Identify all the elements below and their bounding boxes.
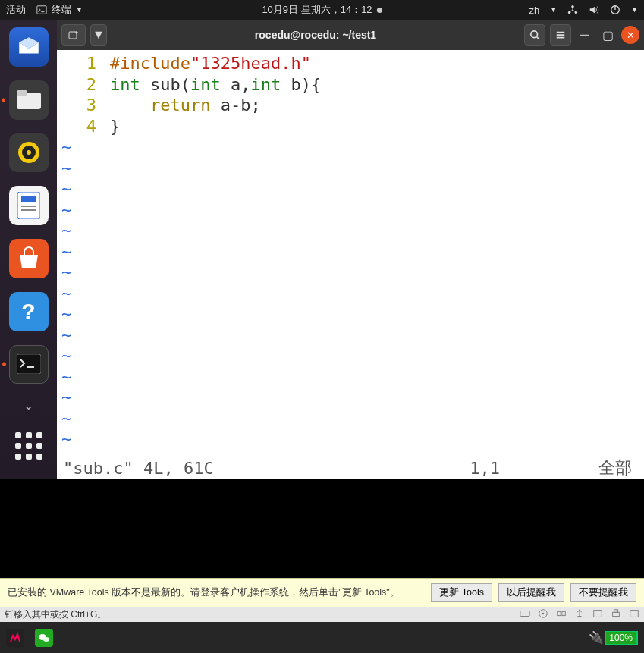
svg-rect-22 [594, 611, 602, 617]
cd-icon[interactable] [538, 608, 548, 621]
svg-rect-24 [614, 610, 617, 613]
dock-thunderbird[interactable] [9, 27, 49, 67]
identifier-token: a-b; [210, 96, 260, 115]
notification-dot-icon [377, 8, 382, 13]
app-menu[interactable]: 终端 ▼ [36, 3, 83, 17]
remind-later-button[interactable]: 以后提醒我 [498, 583, 564, 602]
svg-point-16 [531, 31, 538, 38]
sound-card-icon[interactable] [592, 608, 603, 621]
network-icon[interactable] [567, 5, 578, 15]
identifier-token: a, [221, 75, 251, 94]
vmware-statusbar: 钎移入其中或按 Ctrl+G。 [0, 607, 644, 622]
dock-ubuntu-software[interactable] [9, 239, 49, 278]
type-token: int [250, 75, 281, 94]
line-number: 1 [57, 53, 96, 74]
dock-rhythmbox[interactable] [9, 133, 49, 173]
vmware-info-message: 已安装的 VMware Tools 版本不是最新的。请登录客户机操作系统，然后单… [8, 586, 400, 599]
svg-rect-17 [520, 611, 529, 617]
window-title: rocedu@rocedu: ~/test1 [112, 29, 520, 41]
new-tab-button[interactable] [61, 24, 86, 46]
vim-tilde: ~ [61, 199, 644, 221]
string-token: "1325head.h" [190, 54, 311, 73]
dock-libreoffice-writer[interactable] [9, 186, 49, 225]
svg-rect-13 [21, 209, 36, 211]
svg-rect-12 [21, 206, 36, 207]
gnome-topbar: 活动 终端 ▼ 10月9日 星期六，14：12 zh ▼ ▼ [0, 0, 644, 20]
brace-token: } [110, 117, 120, 136]
vim-tilde: ~ [61, 283, 644, 304]
terminal-window: ▼ rocedu@rocedu: ~/test1 ─ ▢ ✕ 1 2 3 4 #… [57, 20, 644, 479]
usb-icon[interactable] [574, 608, 585, 621]
input-method-indicator[interactable]: zh [529, 5, 539, 16]
volume-icon[interactable] [589, 5, 599, 15]
status-file: "sub.c" 4L, 61C [63, 459, 214, 478]
hamburger-menu-button[interactable] [550, 24, 571, 46]
chevron-down-icon: ▼ [631, 6, 638, 14]
svg-rect-11 [21, 196, 36, 202]
update-tools-button[interactable]: 更新 Tools [431, 583, 492, 602]
line-number: 4 [57, 116, 96, 137]
maximize-button[interactable]: ▢ [598, 28, 617, 42]
chevron-down-icon: ▼ [76, 6, 83, 14]
identifier-token: b){ [281, 75, 321, 94]
line-number: 3 [57, 95, 96, 116]
host-taskbar: 🔌 100% [0, 622, 644, 653]
vim-tilde: ~ [61, 137, 644, 158]
power-icon[interactable] [610, 5, 620, 15]
never-remind-button[interactable]: 不要提醒我 [570, 583, 636, 602]
power-plug-icon: 🔌 [589, 630, 604, 645]
printer-icon[interactable] [611, 608, 621, 621]
svg-rect-14 [17, 354, 41, 374]
keyword-token: return [150, 96, 210, 115]
vim-editor[interactable]: 1 2 3 4 #include"1325head.h" int sub(int… [57, 50, 644, 457]
terminal-titlebar: ▼ rocedu@rocedu: ~/test1 ─ ▢ ✕ [57, 20, 644, 50]
svg-point-9 [27, 150, 31, 155]
status-scroll-percent: 全部 [598, 457, 632, 479]
svg-point-19 [542, 613, 545, 615]
vim-tilde: ~ [61, 325, 644, 346]
type-token: int [190, 75, 221, 94]
type-token: int [110, 75, 140, 94]
desktop-background [0, 479, 644, 578]
svg-rect-23 [613, 612, 620, 616]
vim-tilde: ~ [61, 408, 644, 429]
line-number: 2 [57, 74, 96, 96]
code-content: #include"1325head.h" int sub(int a,int b… [110, 53, 644, 137]
terminal-icon [36, 5, 47, 15]
svg-point-27 [43, 637, 49, 642]
tab-menu-button[interactable]: ▼ [90, 24, 107, 46]
vmware-tools-infobar: 已安装的 VMware Tools 版本不是最新的。请登录客户机操作系统，然后单… [0, 578, 644, 607]
vim-statusline: "sub.c" 4L, 61C 1,1 全部 [57, 457, 644, 479]
status-cursor-position: 1,1 [470, 459, 500, 478]
preprocessor-token: #include [110, 54, 190, 73]
activities-button[interactable]: 活动 [6, 3, 26, 17]
fullscreen-icon[interactable] [629, 608, 639, 621]
svg-point-1 [571, 5, 574, 8]
vmware-hint: 钎移入其中或按 Ctrl+G。 [5, 608, 106, 621]
minimize-button[interactable]: ─ [576, 28, 594, 42]
svg-rect-21 [562, 611, 565, 615]
svg-rect-6 [17, 90, 27, 96]
tray-app-1[interactable] [6, 629, 24, 647]
dock-overflow-icon[interactable]: ⌄ [9, 397, 49, 413]
dock-terminal[interactable] [9, 345, 49, 385]
tray-wechat[interactable] [35, 629, 53, 647]
identifier-token: sub( [140, 75, 190, 94]
vim-tilde: ~ [61, 178, 644, 199]
svg-rect-0 [37, 6, 46, 14]
dock-files[interactable] [9, 80, 49, 120]
line-number-gutter: 1 2 3 4 [57, 53, 102, 137]
dock-show-apps[interactable] [9, 426, 49, 466]
app-menu-label: 终端 [52, 3, 71, 17]
clock[interactable]: 10月9日 星期六，14：12 [262, 3, 382, 17]
svg-rect-25 [630, 611, 639, 617]
network-adapter-icon[interactable] [556, 608, 567, 621]
disk-icon[interactable] [520, 608, 530, 621]
svg-rect-20 [558, 611, 561, 615]
vim-tilde: ~ [61, 262, 644, 283]
search-button[interactable] [524, 24, 545, 46]
close-button[interactable]: ✕ [621, 26, 639, 44]
battery-level[interactable]: 100% [605, 631, 638, 645]
dock-help[interactable]: ? [9, 292, 49, 331]
vim-tilde: ~ [61, 303, 644, 325]
